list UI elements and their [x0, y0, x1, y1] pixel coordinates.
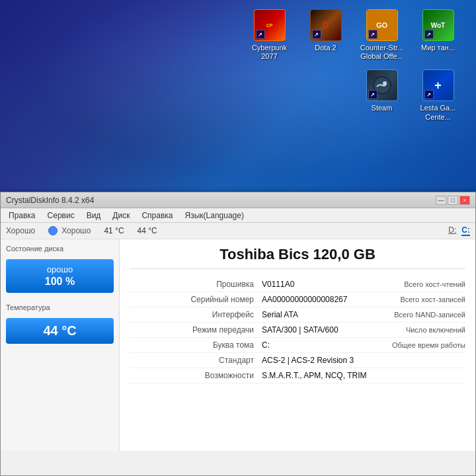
desktop: CP ↗ Cyberpunk 2077 D ↗ Dota 2 GO ↗ [0, 0, 476, 192]
firmware-right: Всего хост-чтений [360, 280, 465, 288]
menu-spravka[interactable]: Справка [136, 210, 178, 221]
shortcut-arrow-lesta: ↗ [424, 90, 434, 99]
wot-icon[interactable]: WoT ↗ Мир тан... [413, 7, 463, 63]
info-table: Прошивка V0111A0 Всего хост-чтений Серий… [130, 277, 465, 383]
steam-label: Steam [372, 104, 393, 112]
steam-icon-img: ↗ [366, 69, 398, 101]
right-panel: Toshiba Bics 120,0 GB Прошивка V0111A0 В… [120, 239, 475, 451]
shortcut-arrow: ↗ [256, 30, 265, 39]
menu-vid[interactable]: Вид [81, 210, 106, 221]
dota2-label: Dota 2 [315, 44, 336, 52]
csgo-label2: Global Offe... [360, 52, 403, 61]
icon-row-1: CP ↗ Cyberpunk 2077 D ↗ Dota 2 GO ↗ [245, 7, 463, 63]
health-status-box: орошо 100 % [6, 259, 114, 293]
status-item-1: Хорошо [6, 226, 35, 235]
cyberpunk-label2: 2077 [261, 52, 277, 61]
lesta-label2: Cente... [425, 113, 451, 122]
volume-value: C: [262, 340, 360, 350]
health-percent-value: 100 % [11, 276, 108, 288]
status-temp2: 44 °C [138, 226, 157, 235]
menu-disk[interactable]: Диск [107, 210, 135, 221]
menu-language[interactable]: Язык(Language) [180, 210, 249, 221]
minimize-button[interactable]: — [436, 196, 446, 205]
volume-right: Общее время работы [360, 341, 465, 349]
info-row-serial: Серийный номер AA00000000000008267 Всего… [130, 292, 465, 307]
main-content: Состояние диска орошо 100 % Температура … [1, 239, 475, 451]
status-label-horoso2: Хорошо [61, 226, 91, 235]
interface-right: Всего NAND-записей [360, 311, 465, 319]
status-temp1: 41 °C [104, 226, 124, 235]
info-row-firmware: Прошивка V0111A0 Всего хост-чтений [130, 277, 465, 292]
health-good-label: орошо [11, 264, 108, 274]
interface-label: Интерфейс [130, 310, 262, 319]
temp-section-label: Температура [6, 303, 114, 311]
maximize-button[interactable]: □ [448, 196, 458, 205]
wot-label: Мир тан... [421, 44, 455, 52]
svg-point-1 [383, 81, 387, 85]
status-label-horoso1: Хорошо [6, 226, 35, 235]
features-value: S.M.A.R.T., APM, NCQ, TRIM [262, 371, 465, 380]
shortcut-arrow-wot: ↗ [424, 30, 434, 39]
shortcut-arrow-steam: ↗ [368, 90, 377, 99]
info-row-features: Возможности S.M.A.R.T., APM, NCQ, TRIM [130, 368, 465, 383]
standard-value: ACS-2 | ACS-2 Revision 3 [262, 356, 465, 365]
transfer-value: SATA/300 | SATA/600 [262, 325, 360, 335]
cyberpunk-icon[interactable]: CP ↗ Cyberpunk 2077 [245, 7, 294, 63]
icon-row-2: ↗ Steam + ↗ Lesta Ga... Cente... [245, 67, 463, 124]
cyberpunk-icon-img: CP ↗ [254, 9, 286, 41]
menu-pravka[interactable]: Правка [3, 210, 41, 221]
firmware-value: V0111A0 [262, 280, 360, 289]
drive-selectors: D: C: [448, 225, 470, 236]
drive-c-label[interactable]: C: [461, 225, 470, 236]
firmware-label: Прошивка [130, 280, 262, 289]
window-controls: — □ × [436, 196, 470, 205]
csgo-icon[interactable]: GO ↗ Counter-Str... Global Offe... [357, 7, 407, 63]
standard-label: Стандарт [130, 356, 262, 365]
menu-servis[interactable]: Сервис [42, 210, 80, 221]
dota2-icon[interactable]: D ↗ Dota 2 [301, 7, 350, 63]
dota2-icon-img: D ↗ [310, 9, 342, 41]
transfer-label: Режим передачи [130, 325, 262, 335]
info-row-standard: Стандарт ACS-2 | ACS-2 Revision 3 [130, 353, 465, 368]
info-row-interface: Интерфейс Serial ATA Всего NAND-записей [130, 307, 465, 323]
status-area: Хорошо Хорошо 41 °C 44 °C D: C: [1, 223, 475, 239]
desktop-icon-area: CP ↗ Cyberpunk 2077 D ↗ Dota 2 GO ↗ [245, 7, 463, 124]
features-label: Возможности [130, 371, 262, 380]
window-titlebar: CrystalDiskInfo 8.4.2 x64 — □ × [1, 192, 475, 208]
close-button[interactable]: × [459, 196, 470, 205]
transfer-right: Число включений [360, 326, 465, 334]
cyberpunk-label: Cyberpunk [252, 44, 287, 52]
serial-label: Серийный номер [130, 295, 262, 304]
crystaldiskinfo-window: CrystalDiskInfo 8.4.2 x64 — □ × Правка С… [0, 192, 476, 476]
shortcut-arrow-csgo: ↗ [368, 30, 377, 39]
lesta-icon-img: + ↗ [422, 69, 454, 101]
window-title: CrystalDiskInfo 8.4.2 x64 [6, 196, 94, 205]
drive-d-label[interactable]: D: [448, 225, 456, 236]
temp2-value: 44 °C [138, 226, 157, 235]
lesta-icon[interactable]: + ↗ Lesta Ga... Cente... [413, 67, 463, 124]
temp-status-box: 44 °C [6, 318, 114, 344]
wot-icon-img: WoT ↗ [422, 9, 454, 41]
temp1-value: 41 °C [104, 226, 124, 235]
serial-right: Всего хост-записей [360, 296, 465, 303]
status-item-2: Хорошо [48, 226, 91, 235]
left-panel: Состояние диска орошо 100 % Температура … [1, 239, 120, 451]
temp-display-value: 44 °C [11, 323, 108, 338]
drive-title: Toshiba Bics 120,0 GB [130, 246, 465, 269]
interface-value: Serial ATA [262, 310, 360, 319]
serial-value: AA00000000000008267 [262, 295, 360, 304]
info-row-transfer: Режим передачи SATA/300 | SATA/600 Число… [130, 323, 465, 338]
status-dot [48, 226, 58, 235]
shortcut-arrow-dota: ↗ [312, 30, 321, 39]
info-row-volume: Буква тома C: Общее время работы [130, 338, 465, 353]
lesta-label: Lesta Ga... [420, 104, 456, 112]
csgo-label: Counter-Str... [360, 44, 403, 52]
steam-icon[interactable]: ↗ Steam [357, 67, 407, 124]
volume-label: Буква тома [130, 340, 262, 350]
csgo-icon-img: GO ↗ [366, 9, 398, 41]
menubar: Правка Сервис Вид Диск Справка Язык(Lang… [1, 208, 475, 223]
health-section-label: Состояние диска [6, 245, 114, 253]
